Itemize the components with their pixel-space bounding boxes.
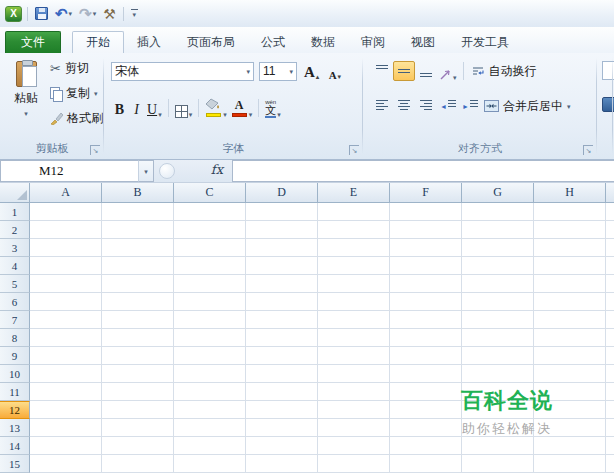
phonetic-dropdown-caret[interactable]: ▾ bbox=[277, 111, 281, 118]
redo-button[interactable]: ↷ ▾ bbox=[77, 5, 98, 22]
column-header-partial[interactable] bbox=[606, 183, 614, 203]
cell-E14[interactable] bbox=[318, 437, 390, 455]
row-header-15[interactable]: 15 bbox=[0, 455, 30, 473]
redo-dropdown-caret[interactable]: ▾ bbox=[93, 10, 97, 17]
tab-home[interactable]: 开始 bbox=[72, 31, 124, 53]
cell-E5[interactable] bbox=[318, 275, 390, 293]
cell-B13[interactable] bbox=[102, 419, 174, 437]
cell-partial-11[interactable] bbox=[606, 383, 614, 401]
cell-G6[interactable] bbox=[462, 293, 534, 311]
cell-E8[interactable] bbox=[318, 329, 390, 347]
underline-button[interactable]: U ▾ bbox=[145, 98, 164, 118]
row-header-7[interactable]: 7 bbox=[0, 311, 30, 329]
cell-G10[interactable] bbox=[462, 365, 534, 383]
cell-A2[interactable] bbox=[30, 221, 102, 239]
name-box[interactable]: M12 bbox=[0, 160, 138, 182]
row-header-4[interactable]: 4 bbox=[0, 257, 30, 275]
cell-A5[interactable] bbox=[30, 275, 102, 293]
insert-function-button[interactable]: fx bbox=[211, 162, 223, 177]
cell-C4[interactable] bbox=[174, 257, 246, 275]
bold-button[interactable]: B bbox=[111, 98, 128, 118]
cell-H10[interactable] bbox=[534, 365, 606, 383]
paste-dropdown-caret[interactable]: ▾ bbox=[24, 110, 28, 117]
cell-B2[interactable] bbox=[102, 221, 174, 239]
italic-button[interactable]: I bbox=[128, 98, 145, 118]
cell-C1[interactable] bbox=[174, 203, 246, 221]
cell-B7[interactable] bbox=[102, 311, 174, 329]
row-header-10[interactable]: 10 bbox=[0, 365, 30, 383]
cell-A6[interactable] bbox=[30, 293, 102, 311]
select-all-button[interactable] bbox=[0, 183, 30, 203]
cell-E7[interactable] bbox=[318, 311, 390, 329]
cell-F14[interactable] bbox=[390, 437, 462, 455]
cell-partial-12[interactable] bbox=[606, 401, 614, 419]
cell-H1[interactable] bbox=[534, 203, 606, 221]
cell-E1[interactable] bbox=[318, 203, 390, 221]
cell-A4[interactable] bbox=[30, 257, 102, 275]
cell-C5[interactable] bbox=[174, 275, 246, 293]
tab-review[interactable]: 审阅 bbox=[348, 31, 398, 53]
alignment-dialog-launcher[interactable]: ↘ bbox=[583, 145, 593, 155]
cell-F5[interactable] bbox=[390, 275, 462, 293]
tab-developer[interactable]: 开发工具 bbox=[448, 31, 522, 53]
cell-H2[interactable] bbox=[534, 221, 606, 239]
cell-A13[interactable] bbox=[30, 419, 102, 437]
cell-H5[interactable] bbox=[534, 275, 606, 293]
cell-F8[interactable] bbox=[390, 329, 462, 347]
cell-F1[interactable] bbox=[390, 203, 462, 221]
cell-E4[interactable] bbox=[318, 257, 390, 275]
row-header-11[interactable]: 11 bbox=[0, 383, 30, 401]
column-header-B[interactable]: B bbox=[102, 183, 174, 203]
column-header-G[interactable]: G bbox=[462, 183, 534, 203]
tab-file[interactable]: 文件 bbox=[5, 31, 61, 53]
cell-D1[interactable] bbox=[246, 203, 318, 221]
copy-button[interactable]: 复制 ▾ bbox=[48, 81, 105, 106]
cell-B6[interactable] bbox=[102, 293, 174, 311]
cell-F7[interactable] bbox=[390, 311, 462, 329]
cell-C11[interactable] bbox=[174, 383, 246, 401]
cell-A12[interactable] bbox=[30, 401, 102, 419]
tools-button[interactable]: ⚒ bbox=[101, 6, 118, 22]
cell-H9[interactable] bbox=[534, 347, 606, 365]
font-color-dropdown-caret[interactable]: ▾ bbox=[249, 111, 253, 118]
merge-center-button[interactable]: 合并后居中 ▾ bbox=[481, 95, 574, 117]
customize-qat-button[interactable]: ▾ bbox=[129, 9, 140, 18]
merge-dropdown-caret[interactable]: ▾ bbox=[567, 103, 571, 110]
cell-B1[interactable] bbox=[102, 203, 174, 221]
cell-A11[interactable] bbox=[30, 383, 102, 401]
cell-H6[interactable] bbox=[534, 293, 606, 311]
cell-D5[interactable] bbox=[246, 275, 318, 293]
undo-button[interactable]: ↶ ▾ bbox=[53, 5, 74, 22]
cell-B11[interactable] bbox=[102, 383, 174, 401]
cell-A8[interactable] bbox=[30, 329, 102, 347]
cell-B5[interactable] bbox=[102, 275, 174, 293]
row-header-9[interactable]: 9 bbox=[0, 347, 30, 365]
cell-partial-9[interactable] bbox=[606, 347, 614, 365]
cell-F2[interactable] bbox=[390, 221, 462, 239]
cell-C14[interactable] bbox=[174, 437, 246, 455]
row-header-5[interactable]: 5 bbox=[0, 275, 30, 293]
cell-D13[interactable] bbox=[246, 419, 318, 437]
cell-B3[interactable] bbox=[102, 239, 174, 257]
cell-A3[interactable] bbox=[30, 239, 102, 257]
cell-E9[interactable] bbox=[318, 347, 390, 365]
cell-H4[interactable] bbox=[534, 257, 606, 275]
orientation-button[interactable]: ▾ bbox=[437, 61, 459, 81]
cell-G3[interactable] bbox=[462, 239, 534, 257]
cell-E6[interactable] bbox=[318, 293, 390, 311]
cell-D9[interactable] bbox=[246, 347, 318, 365]
cell-C8[interactable] bbox=[174, 329, 246, 347]
number-format-combobox-partial[interactable] bbox=[602, 61, 614, 80]
cut-button[interactable]: ✂ 剪切 bbox=[48, 56, 105, 81]
column-header-F[interactable]: F bbox=[390, 183, 462, 203]
cell-E2[interactable] bbox=[318, 221, 390, 239]
cell-G8[interactable] bbox=[462, 329, 534, 347]
cell-D15[interactable] bbox=[246, 455, 318, 473]
cell-B14[interactable] bbox=[102, 437, 174, 455]
cell-partial-2[interactable] bbox=[606, 221, 614, 239]
tab-insert[interactable]: 插入 bbox=[124, 31, 174, 53]
row-header-13[interactable]: 13 bbox=[0, 419, 30, 437]
column-header-C[interactable]: C bbox=[174, 183, 246, 203]
decrease-indent-button[interactable]: ◄ bbox=[437, 96, 459, 116]
column-header-E[interactable]: E bbox=[318, 183, 390, 203]
